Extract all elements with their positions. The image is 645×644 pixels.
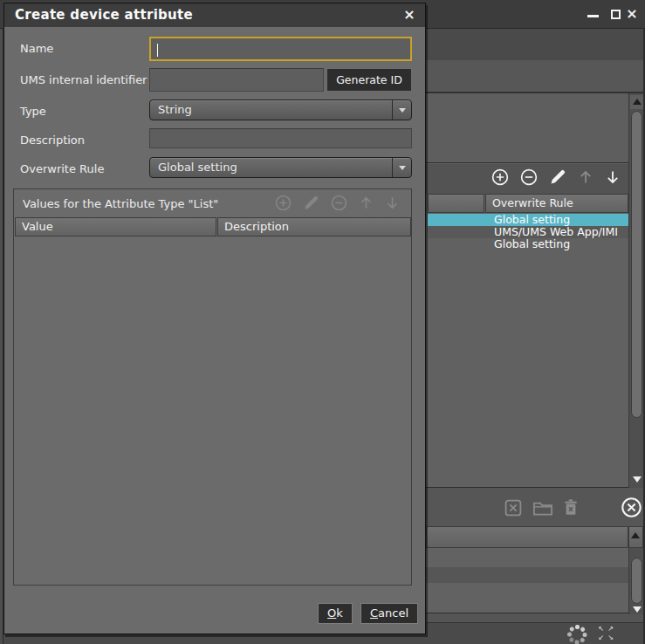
- screen: × Help Case Sensitive Regex Whole Text: [0, 0, 645, 644]
- type-value: String: [158, 103, 192, 116]
- transfer-arrows-icon: ↖ ↗ ↙ ↘: [596, 625, 615, 642]
- attribute-list-toolbar: [426, 164, 628, 194]
- generate-id-label: Generate ID: [336, 73, 402, 86]
- table-row[interactable]: Global setting: [428, 238, 628, 250]
- bottom-table-rows[interactable]: [426, 548, 628, 613]
- move-down-arrow-icon[interactable]: [384, 194, 401, 216]
- ums-identifier-input[interactable]: [149, 68, 324, 92]
- overwrite-rule-value: Global setting: [158, 161, 237, 174]
- cell-overwrite-rule: UMS/UMS Web App/IMI: [428, 226, 618, 238]
- triangle-up-icon: [631, 532, 640, 538]
- assignment-toolbar: [503, 497, 642, 522]
- chevron-down-icon: [399, 108, 406, 113]
- type-label: Type: [20, 105, 46, 118]
- add-circle-icon[interactable]: [491, 168, 510, 190]
- move-up-arrow-icon[interactable]: [577, 168, 594, 190]
- scrollbar-thumb[interactable]: [631, 111, 642, 418]
- attributes-panel: Overwrite Rule Global setting UMS/UMS We…: [426, 92, 645, 488]
- table-header-hidden-column[interactable]: [428, 194, 484, 213]
- arrow-glyph: ↖: [596, 625, 606, 634]
- table-header-overwrite-rule[interactable]: Overwrite Rule: [485, 194, 628, 213]
- cell-overwrite-rule: Global setting: [428, 214, 570, 226]
- table-row[interactable]: Global setting: [428, 214, 628, 226]
- description-label: Description: [20, 134, 85, 147]
- triangle-up-icon: [633, 99, 642, 105]
- edit-pencil-icon[interactable]: [302, 194, 320, 216]
- chevron-down-icon: [399, 166, 406, 170]
- dropdown-arrow-section[interactable]: [392, 158, 411, 177]
- scroll-up-button[interactable]: [630, 95, 644, 109]
- dropdown-arrow-section[interactable]: [392, 100, 411, 120]
- dialog-titlebar[interactable]: Create device attribute ×: [4, 3, 425, 27]
- remove-circle-icon[interactable]: [519, 168, 539, 190]
- values-section-title: Values for the Attribute Type "List": [23, 197, 218, 210]
- overwrite-rule-dropdown[interactable]: Global setting: [149, 157, 412, 178]
- arrow-glyph: ↘: [606, 634, 615, 642]
- values-groupbox: Values for the Attribute Type "List": [13, 188, 412, 586]
- dialog-title: Create device attribute: [15, 7, 193, 23]
- folder-icon[interactable]: [532, 497, 554, 522]
- ok-button-label: Ok: [319, 604, 352, 623]
- minimize-icon[interactable]: [587, 15, 599, 17]
- spinner-icon: [564, 621, 590, 644]
- generate-id-button[interactable]: Generate ID: [326, 68, 412, 92]
- triangle-down-icon: [633, 606, 642, 613]
- values-header-value[interactable]: Value: [15, 217, 216, 236]
- move-down-arrow-icon[interactable]: [604, 168, 621, 190]
- trash-x-icon[interactable]: [562, 497, 580, 522]
- move-up-arrow-icon[interactable]: [358, 194, 374, 216]
- ok-button[interactable]: Ok: [318, 603, 353, 624]
- cancel-button[interactable]: Cancel: [360, 603, 418, 624]
- cell-overwrite-rule: Global setting: [428, 238, 570, 250]
- name-label: Name: [20, 42, 53, 55]
- bottom-table-footer: [426, 614, 643, 622]
- values-toolbar: [274, 194, 401, 216]
- remove-circle-icon[interactable]: [330, 194, 348, 216]
- assignment-panel: [426, 488, 645, 622]
- circle-x-icon[interactable]: [621, 497, 642, 522]
- table-row[interactable]: UMS/UMS Web App/IMI: [428, 226, 628, 238]
- panel-blank-area: [426, 93, 628, 163]
- description-input[interactable]: [149, 128, 412, 148]
- name-input[interactable]: [149, 37, 412, 61]
- triangle-down-icon: [633, 476, 642, 483]
- close-icon[interactable]: ×: [401, 6, 418, 24]
- maximize-icon[interactable]: [611, 10, 621, 19]
- edit-pencil-icon[interactable]: [548, 168, 567, 190]
- arrow-glyph: ↙: [596, 634, 606, 642]
- scrollbar-vertical[interactable]: [628, 548, 643, 614]
- create-device-attribute-dialog: Create device attribute × Name UMS inter…: [3, 3, 426, 634]
- type-dropdown[interactable]: String: [149, 99, 412, 120]
- cancel-button-label: Cancel: [361, 604, 417, 623]
- add-circle-icon[interactable]: [274, 194, 292, 216]
- values-table-body[interactable]: [15, 236, 411, 585]
- text-caret: [157, 44, 158, 57]
- overwrite-rule-label: Overwrite Rule: [20, 162, 104, 175]
- table-row[interactable]: [426, 567, 628, 583]
- scrollbar-vertical[interactable]: [628, 93, 643, 489]
- close-icon[interactable]: ×: [624, 5, 640, 24]
- values-header-description[interactable]: Description: [217, 217, 411, 236]
- bottom-table-header[interactable]: [426, 526, 628, 548]
- arrow-glyph: ↗: [606, 625, 615, 634]
- scroll-up-button[interactable]: [628, 526, 643, 548]
- scroll-down-button[interactable]: [630, 472, 644, 486]
- box-x-icon[interactable]: [503, 497, 524, 522]
- ums-identifier-label: UMS internal identifier: [20, 73, 147, 86]
- scrollbar-thumb[interactable]: [631, 558, 642, 604]
